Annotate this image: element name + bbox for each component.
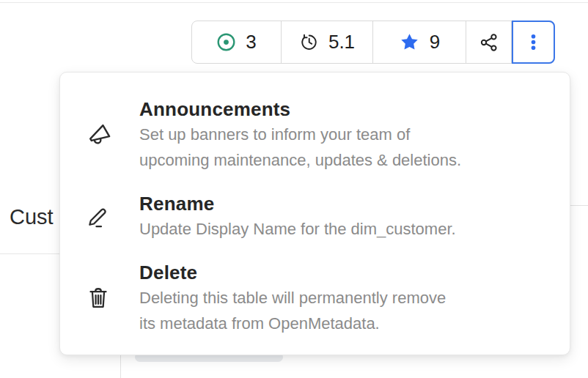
- menu-item-text: Announcements Set up banners to inform y…: [139, 97, 461, 173]
- count-label: 5.1: [328, 31, 355, 53]
- share-icon: [479, 32, 499, 53]
- right-divider: [570, 205, 588, 206]
- menu-item-text: Rename Update Display Name for the dim_c…: [139, 191, 456, 242]
- left-divider: [0, 253, 59, 254]
- menu-item-announcements[interactable]: Announcements Set up banners to inform y…: [82, 97, 548, 173]
- top-divider: [0, 2, 588, 3]
- menu-item-description: Set up banners to inform your team of up…: [139, 122, 461, 173]
- target-icon: [216, 32, 236, 52]
- manage-dropdown-panel: Announcements Set up banners to inform y…: [59, 72, 570, 355]
- pencil-icon: [85, 204, 111, 230]
- menu-item-rename[interactable]: Rename Update Display Name for the dim_c…: [82, 191, 548, 242]
- share-button[interactable]: [466, 21, 512, 63]
- menu-item-title: Delete: [139, 260, 446, 285]
- history-icon: [299, 32, 319, 52]
- trash-icon: [85, 285, 111, 311]
- star-follow-button[interactable]: 9: [373, 21, 466, 63]
- menu-item-text: Delete Deleting this table will permanen…: [139, 260, 446, 336]
- entity-action-toolbar: 3 5.1 9: [191, 21, 555, 64]
- menu-item-description: Update Display Name for the dim_customer…: [139, 216, 456, 242]
- menu-item-delete[interactable]: Delete Deleting this table will permanen…: [82, 260, 548, 336]
- incidents-count-button[interactable]: 3: [192, 21, 282, 63]
- count-label: 9: [430, 31, 440, 53]
- description-line: Set up banners to inform your team of: [139, 122, 461, 147]
- menu-item-title: Rename: [139, 191, 456, 216]
- version-history-button[interactable]: 5.1: [282, 21, 373, 63]
- description-line: its metadata from OpenMetadata.: [139, 311, 446, 336]
- page-heading-fragment: Cust: [10, 205, 54, 229]
- menu-item-title: Announcements: [139, 97, 461, 122]
- bottom-vertical-divider: [120, 354, 121, 378]
- kebab-menu-icon: [524, 33, 543, 51]
- description-line: Deleting this table will permanently rem…: [139, 285, 446, 311]
- description-line: Update Display Name for the dim_customer…: [139, 216, 456, 242]
- manage-menu-button[interactable]: [512, 21, 555, 64]
- megaphone-icon: [85, 122, 111, 148]
- star-icon: [399, 32, 420, 53]
- count-label: 3: [246, 31, 256, 53]
- description-line: upcoming maintenance, updates & deletion…: [139, 147, 461, 173]
- menu-item-description: Deleting this table will permanently rem…: [139, 285, 446, 336]
